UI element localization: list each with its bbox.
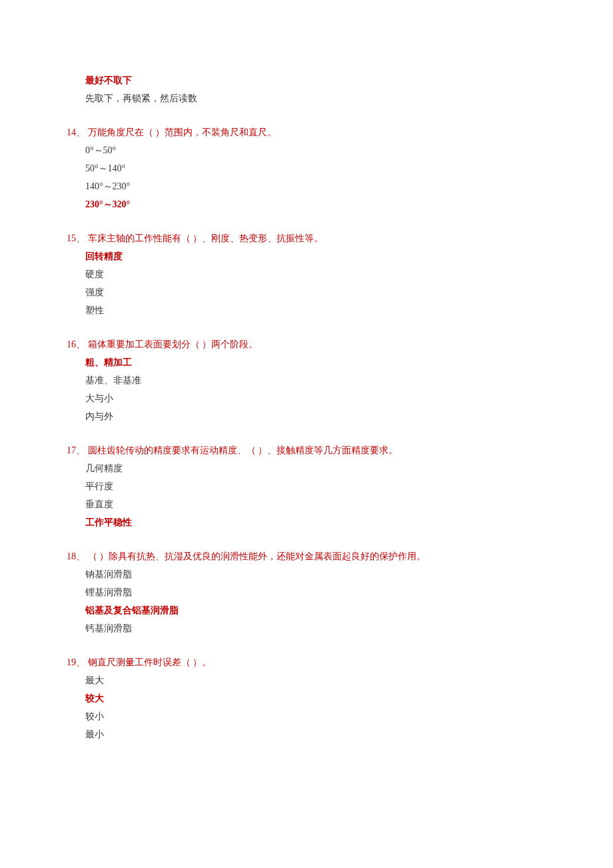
question-number: 14、: [67, 125, 85, 139]
option-correct: 粗、精加工: [67, 355, 546, 369]
option: 0°～50°: [67, 143, 546, 157]
question-text: 圆柱齿轮传动的精度要求有运动精度、（ ）、接触精度等几方面精度要求。: [85, 445, 398, 455]
question-text: （ ）除具有抗热、抗湿及优良的润滑性能外，还能对金属表面起良好的保护作用。: [85, 551, 426, 561]
question-block: 14、 万能角度尺在（ ）范围内，不装角尺和直尺。0°～50°50°～140°1…: [67, 125, 546, 211]
question-block: 17、 圆柱齿轮传动的精度要求有运动精度、（ ）、接触精度等几方面精度要求。几何…: [67, 443, 546, 529]
option-correct: 铝基及复合铝基润滑脂: [67, 603, 546, 617]
question-text: 钢直尺测量工件时误差（ ）。: [85, 657, 211, 667]
option-correct: 工作平稳性: [67, 515, 546, 529]
question-text: 万能角度尺在（ ）范围内，不装角尺和直尺。: [85, 127, 277, 137]
question-line: 17、 圆柱齿轮传动的精度要求有运动精度、（ ）、接触精度等几方面精度要求。: [67, 443, 546, 457]
option: 先取下，再锁紧，然后读数: [67, 91, 546, 105]
option: 最小: [67, 727, 546, 741]
question-block: 16、 箱体重要加工表面要划分（ ）两个阶段。粗、精加工基准、非基准大与小内与外: [67, 337, 546, 423]
option-correct: 较大: [67, 691, 546, 705]
question-text: 车床主轴的工作性能有（ ）、刚度、热变形、抗振性等。: [85, 233, 323, 243]
question-text: 箱体重要加工表面要划分（ ）两个阶段。: [85, 339, 258, 349]
option: 140°～230°: [67, 179, 546, 193]
option-correct: 回转精度: [67, 249, 546, 263]
option: 内与外: [67, 409, 546, 423]
option: 塑性: [67, 303, 546, 317]
option: 几何精度: [67, 461, 546, 475]
option: 钙基润滑脂: [67, 621, 546, 635]
question-line: 15、 车床主轴的工作性能有（ ）、刚度、热变形、抗振性等。: [67, 231, 546, 245]
question-line: 18、 （ ）除具有抗热、抗湿及优良的润滑性能外，还能对金属表面起良好的保护作用…: [67, 549, 546, 563]
option: 较小: [67, 709, 546, 723]
option: 最大: [67, 673, 546, 687]
option: 大与小: [67, 391, 546, 405]
question-line: 19、 钢直尺测量工件时误差（ ）。: [67, 655, 546, 669]
option: 钠基润滑脂: [67, 567, 546, 581]
option: 强度: [67, 285, 546, 299]
option: 平行度: [67, 479, 546, 493]
question-number: 17、: [67, 443, 85, 457]
option: 垂直度: [67, 497, 546, 511]
option: 基准、非基准: [67, 373, 546, 387]
question-number: 18、: [67, 549, 85, 563]
option: 锂基润滑脂: [67, 585, 546, 599]
question-line: 14、 万能角度尺在（ ）范围内，不装角尺和直尺。: [67, 125, 546, 139]
option: 50°～140°: [67, 161, 546, 175]
option-correct: 最好不取下: [67, 73, 546, 87]
question-block: 15、 车床主轴的工作性能有（ ）、刚度、热变形、抗振性等。回转精度硬度强度塑性: [67, 231, 546, 317]
question-number: 19、: [67, 655, 85, 669]
question-line: 16、 箱体重要加工表面要划分（ ）两个阶段。: [67, 337, 546, 351]
option: 硬度: [67, 267, 546, 281]
question-block: 最好不取下先取下，再锁紧，然后读数: [67, 73, 546, 105]
question-number: 16、: [67, 337, 85, 351]
option-correct: 230°～320°: [67, 197, 546, 211]
question-block: 19、 钢直尺测量工件时误差（ ）。最大较大较小最小: [67, 655, 546, 741]
document-page: 最好不取下先取下，再锁紧，然后读数14、 万能角度尺在（ ）范围内，不装角尺和直…: [0, 0, 613, 801]
question-number: 15、: [67, 231, 85, 245]
question-block: 18、 （ ）除具有抗热、抗湿及优良的润滑性能外，还能对金属表面起良好的保护作用…: [67, 549, 546, 635]
